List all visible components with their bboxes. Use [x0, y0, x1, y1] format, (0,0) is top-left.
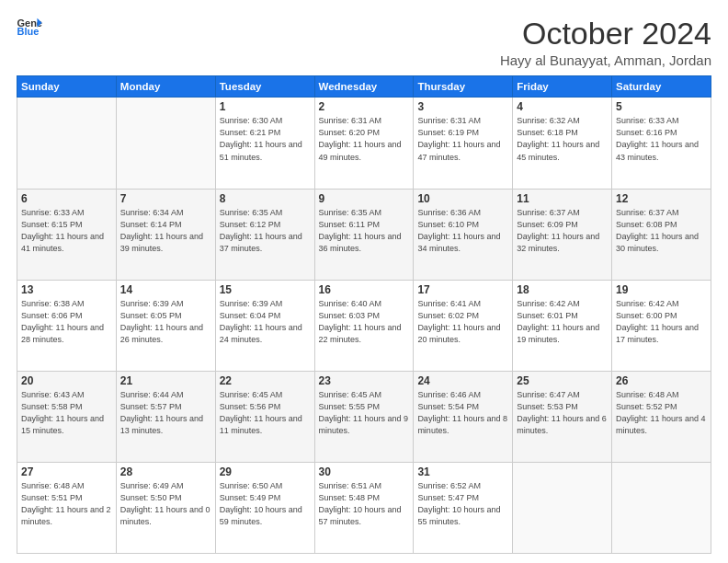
calendar-cell: 17Sunrise: 6:41 AM Sunset: 6:02 PM Dayli…	[414, 280, 513, 371]
day-info: Sunrise: 6:48 AM Sunset: 5:52 PM Dayligh…	[616, 389, 707, 437]
calendar-cell	[116, 98, 215, 189]
day-info: Sunrise: 6:43 AM Sunset: 5:58 PM Dayligh…	[21, 389, 112, 437]
calendar-cell: 23Sunrise: 6:45 AM Sunset: 5:55 PM Dayli…	[314, 371, 414, 462]
calendar-cell: 7Sunrise: 6:34 AM Sunset: 6:14 PM Daylig…	[116, 189, 215, 280]
day-number: 3	[417, 100, 508, 113]
calendar-cell: 14Sunrise: 6:39 AM Sunset: 6:05 PM Dayli…	[116, 280, 215, 371]
calendar-cell: 22Sunrise: 6:45 AM Sunset: 5:56 PM Dayli…	[215, 371, 314, 462]
day-info: Sunrise: 6:35 AM Sunset: 6:12 PM Dayligh…	[220, 207, 311, 255]
day-number: 22	[220, 374, 311, 387]
day-info: Sunrise: 6:37 AM Sunset: 6:08 PM Dayligh…	[616, 207, 707, 255]
day-header-wednesday: Wednesday	[314, 76, 414, 98]
calendar-cell: 25Sunrise: 6:47 AM Sunset: 5:53 PM Dayli…	[513, 371, 612, 462]
day-number: 27	[21, 465, 112, 478]
calendar-cell: 12Sunrise: 6:37 AM Sunset: 6:08 PM Dayli…	[612, 189, 711, 280]
calendar-week-row: 6Sunrise: 6:33 AM Sunset: 6:15 PM Daylig…	[17, 189, 711, 280]
logo-icon: General Blue	[17, 17, 42, 37]
day-number: 6	[21, 192, 112, 205]
day-number: 31	[417, 465, 508, 478]
day-info: Sunrise: 6:39 AM Sunset: 6:05 PM Dayligh…	[120, 298, 211, 346]
logo: General Blue	[17, 17, 42, 37]
day-info: Sunrise: 6:52 AM Sunset: 5:47 PM Dayligh…	[417, 480, 508, 528]
day-number: 20	[21, 374, 112, 387]
day-number: 9	[319, 192, 410, 205]
day-number: 26	[616, 374, 707, 387]
day-number: 18	[517, 283, 608, 296]
day-number: 1	[220, 100, 311, 113]
day-header-tuesday: Tuesday	[215, 76, 314, 98]
day-number: 12	[616, 192, 707, 205]
day-number: 29	[220, 465, 311, 478]
day-info: Sunrise: 6:41 AM Sunset: 6:02 PM Dayligh…	[417, 298, 508, 346]
day-info: Sunrise: 6:36 AM Sunset: 6:10 PM Dayligh…	[417, 207, 508, 255]
day-info: Sunrise: 6:31 AM Sunset: 6:20 PM Dayligh…	[319, 115, 410, 163]
header: General Blue October 2024 Hayy al Bunayy…	[17, 17, 711, 68]
calendar-cell: 19Sunrise: 6:42 AM Sunset: 6:00 PM Dayli…	[612, 280, 711, 371]
day-info: Sunrise: 6:34 AM Sunset: 6:14 PM Dayligh…	[120, 207, 211, 255]
day-info: Sunrise: 6:30 AM Sunset: 6:21 PM Dayligh…	[220, 115, 311, 163]
calendar-week-row: 13Sunrise: 6:38 AM Sunset: 6:06 PM Dayli…	[17, 280, 711, 371]
calendar-cell: 11Sunrise: 6:37 AM Sunset: 6:09 PM Dayli…	[513, 189, 612, 280]
calendar-cell	[612, 462, 711, 553]
calendar-cell: 15Sunrise: 6:39 AM Sunset: 6:04 PM Dayli…	[215, 280, 314, 371]
day-number: 16	[319, 283, 410, 296]
calendar-cell: 27Sunrise: 6:48 AM Sunset: 5:51 PM Dayli…	[17, 462, 117, 553]
day-header-monday: Monday	[116, 76, 215, 98]
calendar-cell: 28Sunrise: 6:49 AM Sunset: 5:50 PM Dayli…	[116, 462, 215, 553]
calendar-cell: 20Sunrise: 6:43 AM Sunset: 5:58 PM Dayli…	[17, 371, 117, 462]
day-number: 15	[220, 283, 311, 296]
day-info: Sunrise: 6:31 AM Sunset: 6:19 PM Dayligh…	[417, 115, 508, 163]
day-info: Sunrise: 6:49 AM Sunset: 5:50 PM Dayligh…	[120, 480, 211, 528]
day-number: 23	[319, 374, 410, 387]
day-number: 17	[417, 283, 508, 296]
month-title: October 2024	[500, 17, 711, 51]
calendar-cell: 4Sunrise: 6:32 AM Sunset: 6:18 PM Daylig…	[513, 98, 612, 189]
calendar-cell: 8Sunrise: 6:35 AM Sunset: 6:12 PM Daylig…	[215, 189, 314, 280]
day-info: Sunrise: 6:45 AM Sunset: 5:56 PM Dayligh…	[220, 389, 311, 437]
day-header-sunday: Sunday	[17, 76, 117, 98]
page: General Blue October 2024 Hayy al Bunayy…	[0, 0, 728, 563]
calendar-cell: 18Sunrise: 6:42 AM Sunset: 6:01 PM Dayli…	[513, 280, 612, 371]
day-number: 13	[21, 283, 112, 296]
day-info: Sunrise: 6:39 AM Sunset: 6:04 PM Dayligh…	[220, 298, 311, 346]
day-info: Sunrise: 6:40 AM Sunset: 6:03 PM Dayligh…	[319, 298, 410, 346]
day-info: Sunrise: 6:32 AM Sunset: 6:18 PM Dayligh…	[517, 115, 608, 163]
calendar-cell	[513, 462, 612, 553]
day-number: 4	[517, 100, 608, 113]
calendar-week-row: 27Sunrise: 6:48 AM Sunset: 5:51 PM Dayli…	[17, 462, 711, 553]
day-number: 28	[120, 465, 211, 478]
day-info: Sunrise: 6:45 AM Sunset: 5:55 PM Dayligh…	[319, 389, 410, 437]
calendar-week-row: 1Sunrise: 6:30 AM Sunset: 6:21 PM Daylig…	[17, 98, 711, 189]
svg-text:Blue: Blue	[17, 26, 39, 37]
title-block: October 2024 Hayy al Bunayyat, Amman, Jo…	[500, 17, 711, 68]
day-number: 7	[120, 192, 211, 205]
calendar-header-row: SundayMondayTuesdayWednesdayThursdayFrid…	[17, 76, 711, 98]
calendar-cell: 6Sunrise: 6:33 AM Sunset: 6:15 PM Daylig…	[17, 189, 117, 280]
day-header-saturday: Saturday	[612, 76, 711, 98]
day-info: Sunrise: 6:38 AM Sunset: 6:06 PM Dayligh…	[21, 298, 112, 346]
calendar-cell: 5Sunrise: 6:33 AM Sunset: 6:16 PM Daylig…	[612, 98, 711, 189]
day-info: Sunrise: 6:33 AM Sunset: 6:15 PM Dayligh…	[21, 207, 112, 255]
day-info: Sunrise: 6:46 AM Sunset: 5:54 PM Dayligh…	[417, 389, 508, 437]
day-info: Sunrise: 6:50 AM Sunset: 5:49 PM Dayligh…	[220, 480, 311, 528]
calendar-cell: 29Sunrise: 6:50 AM Sunset: 5:49 PM Dayli…	[215, 462, 314, 553]
calendar-cell	[17, 98, 117, 189]
day-number: 21	[120, 374, 211, 387]
day-header-friday: Friday	[513, 76, 612, 98]
day-info: Sunrise: 6:37 AM Sunset: 6:09 PM Dayligh…	[517, 207, 608, 255]
calendar-cell: 2Sunrise: 6:31 AM Sunset: 6:20 PM Daylig…	[314, 98, 414, 189]
calendar-cell: 3Sunrise: 6:31 AM Sunset: 6:19 PM Daylig…	[414, 98, 513, 189]
day-number: 11	[517, 192, 608, 205]
day-info: Sunrise: 6:44 AM Sunset: 5:57 PM Dayligh…	[120, 389, 211, 437]
calendar-cell: 24Sunrise: 6:46 AM Sunset: 5:54 PM Dayli…	[414, 371, 513, 462]
calendar-cell: 21Sunrise: 6:44 AM Sunset: 5:57 PM Dayli…	[116, 371, 215, 462]
calendar-cell: 9Sunrise: 6:35 AM Sunset: 6:11 PM Daylig…	[314, 189, 414, 280]
day-info: Sunrise: 6:35 AM Sunset: 6:11 PM Dayligh…	[319, 207, 410, 255]
calendar-table: SundayMondayTuesdayWednesdayThursdayFrid…	[17, 75, 711, 554]
calendar-week-row: 20Sunrise: 6:43 AM Sunset: 5:58 PM Dayli…	[17, 371, 711, 462]
day-number: 10	[417, 192, 508, 205]
calendar-cell: 16Sunrise: 6:40 AM Sunset: 6:03 PM Dayli…	[314, 280, 414, 371]
day-number: 14	[120, 283, 211, 296]
calendar-cell: 13Sunrise: 6:38 AM Sunset: 6:06 PM Dayli…	[17, 280, 117, 371]
day-number: 2	[319, 100, 410, 113]
